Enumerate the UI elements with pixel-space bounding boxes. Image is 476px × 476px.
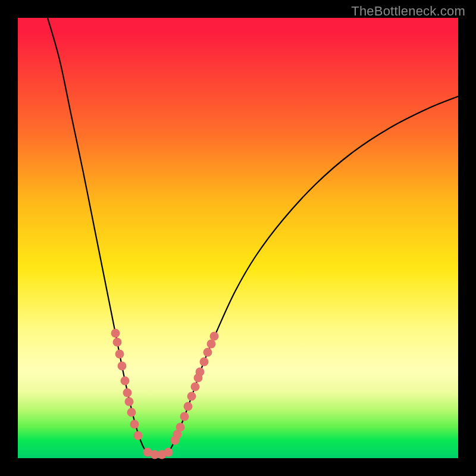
data-dot — [196, 368, 205, 377]
data-dot — [115, 350, 124, 359]
data-dot — [191, 383, 200, 392]
data-dot — [113, 338, 122, 347]
data-dot — [125, 397, 134, 406]
data-dot — [187, 392, 196, 401]
data-dot — [200, 358, 209, 367]
data-dot — [123, 389, 132, 397]
data-dot — [210, 332, 219, 341]
bottleneck-curve — [48, 18, 458, 455]
data-dot — [184, 402, 193, 411]
data-dot — [134, 431, 143, 440]
data-dot — [127, 408, 136, 417]
chart-plot-area — [18, 18, 458, 458]
data-dot — [121, 377, 130, 386]
data-dot — [176, 423, 185, 432]
data-dot — [130, 420, 139, 429]
data-dot — [203, 348, 212, 357]
data-dots-group — [111, 329, 219, 459]
data-dot — [118, 362, 127, 371]
data-dot — [207, 340, 216, 349]
watermark-text: TheBottleneck.com — [351, 4, 465, 19]
bottleneck-curve-svg — [18, 18, 458, 458]
data-dot — [164, 448, 173, 457]
data-dot — [111, 329, 120, 338]
data-dot — [180, 412, 189, 421]
